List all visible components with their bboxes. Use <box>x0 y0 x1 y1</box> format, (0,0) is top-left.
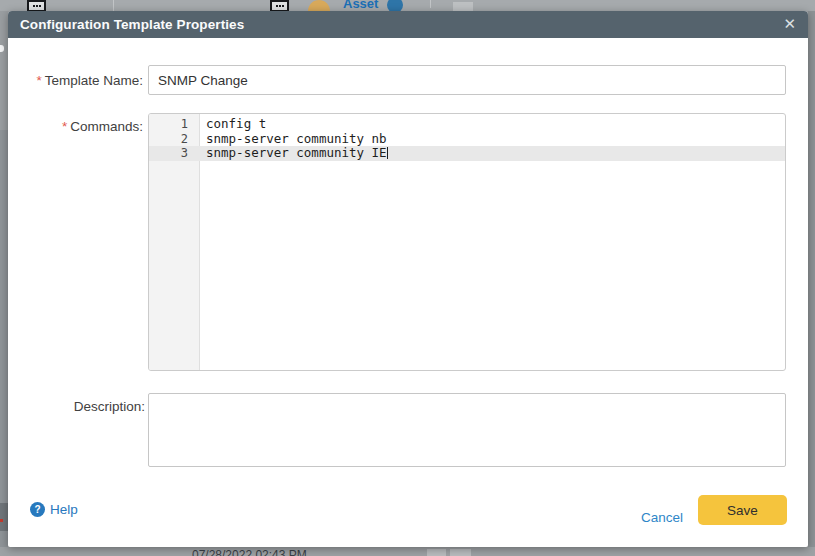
toolbar-fragment <box>453 2 473 11</box>
close-icon[interactable]: ✕ <box>771 11 808 38</box>
dialog-title: Configuration Template Properties <box>8 17 244 32</box>
code-text: snmp-server community nb <box>199 132 387 147</box>
background-fragment <box>0 45 4 52</box>
text-caret <box>387 147 388 159</box>
code-line-active[interactable]: 3 snmp-server community IE <box>149 146 785 161</box>
required-marker: * <box>36 73 41 88</box>
background-bottom-bar: 07/28/2022 02:43 PM <box>0 547 815 556</box>
background-left-edge <box>0 11 8 556</box>
divider <box>430 0 431 8</box>
help-label: Help <box>50 502 78 517</box>
globe-icon <box>387 0 403 11</box>
table-icon <box>27 0 46 11</box>
commands-label: *Commands: <box>8 119 143 134</box>
background-fragment <box>450 549 471 556</box>
code-line[interactable]: 2 snmp-server community nb <box>149 132 785 147</box>
background-fragment <box>0 519 3 522</box>
background-right-edge <box>808 11 815 556</box>
avatar <box>308 0 330 11</box>
configuration-template-properties-dialog: Configuration Template Properties ✕ *Tem… <box>8 11 808 547</box>
help-icon: ? <box>30 502 45 517</box>
dialog-body: *Template Name: *Commands: 1 config t 2 … <box>8 38 808 547</box>
line-number: 3 <box>149 146 199 161</box>
asset-label: Asset <box>343 0 378 11</box>
code-text-content: snmp-server community IE <box>206 145 387 160</box>
table-icon <box>270 0 289 11</box>
background-top-bar: Asset <box>0 0 815 11</box>
save-button[interactable]: Save <box>698 495 787 525</box>
commands-label-text: Commands: <box>70 119 143 134</box>
code-text: config t <box>199 117 266 132</box>
background-fragment <box>0 503 8 531</box>
screen: Asset 07/28/2022 02:43 PM Configuration … <box>0 0 815 556</box>
timestamp-text: 07/28/2022 02:43 PM <box>192 548 307 556</box>
description-label-text: Description: <box>74 399 145 414</box>
dialog-header: Configuration Template Properties ✕ <box>8 11 808 38</box>
line-number: 1 <box>149 117 199 132</box>
code-line[interactable]: 1 config t <box>149 117 785 132</box>
template-name-label: *Template Name: <box>8 73 143 88</box>
divider <box>113 0 114 11</box>
template-name-label-text: Template Name: <box>45 73 143 88</box>
background-panel-fragment <box>0 130 8 556</box>
description-label: Description: <box>8 399 145 414</box>
background-fragment <box>427 549 446 556</box>
description-textarea[interactable] <box>148 393 786 467</box>
help-link[interactable]: ? Help <box>30 502 78 517</box>
commands-code-editor[interactable]: 1 config t 2 snmp-server community nb 3 … <box>148 113 786 371</box>
template-name-input[interactable] <box>148 65 786 95</box>
cancel-button[interactable]: Cancel <box>641 503 683 533</box>
line-number: 2 <box>149 132 199 147</box>
required-marker: * <box>62 119 67 134</box>
code-text: snmp-server community IE <box>199 146 388 161</box>
